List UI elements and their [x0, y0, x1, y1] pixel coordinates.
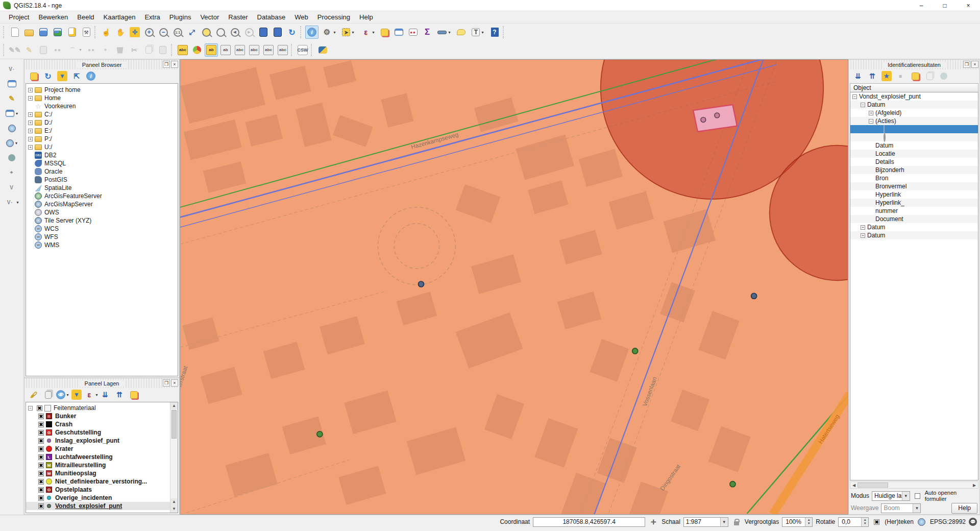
result-row[interactable]: Details: [850, 158, 978, 166]
layer-visibility-checkbox[interactable]: ✖: [38, 430, 44, 436]
filter-legend-icon[interactable]: ▼: [71, 389, 82, 400]
browser-tree-item[interactable]: + DB2 DB2: [26, 151, 178, 159]
coordinate-input[interactable]: 187058.8,426597.4: [533, 517, 645, 527]
layer-row[interactable]: ✖ B Bunker: [26, 412, 178, 420]
highlight-pinned-labels-icon[interactable]: ab: [219, 43, 232, 57]
composer-manager-icon[interactable]: ⚒: [80, 26, 93, 39]
maximize-button[interactable]: □: [933, 0, 957, 11]
print-response-icon[interactable]: [938, 70, 949, 82]
browser-tree-item[interactable]: + OWS: [26, 208, 178, 216]
expand-icon[interactable]: −: [852, 94, 857, 99]
map-tips-icon[interactable]: [454, 26, 468, 39]
expand-icon[interactable]: +: [861, 233, 865, 238]
browser-tree-item[interactable]: + Oracle: [26, 167, 178, 176]
log-messages-icon[interactable]: 💬: [969, 518, 977, 526]
expand-icon[interactable]: +: [28, 112, 33, 117]
show-bookmarks-icon[interactable]: [271, 26, 284, 39]
toggle-editing-icon[interactable]: ✎: [22, 43, 36, 57]
measure-line-icon[interactable]: [435, 26, 453, 39]
expand-icon[interactable]: −: [869, 119, 873, 124]
node-tool-icon[interactable]: ⌒: [65, 43, 84, 57]
browser-tree-item[interactable]: + D:/: [26, 118, 178, 127]
cut-features-icon[interactable]: ✂: [128, 43, 141, 57]
refresh-browser-icon[interactable]: ↻: [42, 70, 54, 82]
add-oracle-layer-icon[interactable]: [5, 151, 18, 164]
browser-tree-item[interactable]: + ArcGisMapServer: [26, 200, 178, 208]
scale-lock-icon[interactable]: [734, 521, 739, 525]
view-options-icon[interactable]: ≡: [895, 70, 906, 82]
result-row[interactable]: − Vondst_explosief_punt: [850, 92, 978, 101]
add-vector-layer-icon[interactable]: V∙: [5, 62, 18, 76]
layer-styling-icon[interactable]: 🖌: [28, 389, 39, 400]
layer-row[interactable]: ✖ Niet_definieerbare_verstoring...: [26, 477, 178, 486]
add-selected-layers-icon[interactable]: [28, 70, 39, 82]
show-statistics-icon[interactable]: Σ: [421, 26, 434, 39]
layer-row[interactable]: ✖ M Mitrailleurstelling: [26, 461, 178, 469]
browser-tree-item[interactable]: + E:/: [26, 127, 178, 135]
help-button[interactable]: Help: [951, 503, 977, 514]
filter-expression-icon[interactable]: ε: [85, 389, 96, 400]
add-raster-layer-icon[interactable]: [5, 77, 18, 90]
metasearch-csw-icon[interactable]: CSW: [296, 43, 309, 57]
close-panel-icon[interactable]: ×: [971, 61, 978, 68]
layer-group-row[interactable]: − ✖ Feitenmateriaal: [26, 404, 178, 412]
layer-visibility-checkbox[interactable]: ✖: [38, 495, 44, 501]
layer-visibility-checkbox[interactable]: ✖: [38, 438, 44, 444]
browser-tree-item[interactable]: + ☆ Voorkeuren: [26, 102, 178, 110]
expand-icon[interactable]: +: [28, 137, 33, 141]
save-project-icon[interactable]: [37, 26, 50, 39]
result-row[interactable]: + (Afgeleid): [850, 109, 978, 117]
result-row[interactable]: Bron: [850, 174, 978, 182]
text-annotation-icon[interactable]: T: [469, 26, 487, 39]
layer-row[interactable]: ✖ L Luchtafweerstelling: [26, 453, 178, 461]
menu-item[interactable]: Database: [253, 12, 290, 22]
expand-icon[interactable]: +: [28, 96, 33, 101]
layer-row[interactable]: ✖ O Opstelplaats: [26, 486, 178, 494]
browser-tree-item[interactable]: + Tile Server (XYZ): [26, 216, 178, 225]
add-delimited-text-icon[interactable]: ⌖: [5, 166, 18, 179]
rotate-label-icon[interactable]: abc: [262, 43, 275, 57]
results-column-header[interactable]: Object: [850, 83, 978, 92]
expand-icon[interactable]: +: [28, 88, 33, 92]
layer-row[interactable]: ✖ Vondst_explosief_punt: [26, 502, 178, 510]
show-hide-labels-icon[interactable]: abc: [233, 43, 247, 57]
layer-visibility-checkbox[interactable]: ✖: [38, 422, 44, 427]
zoom-full-icon[interactable]: ⤢: [185, 26, 199, 39]
browser-tree-item[interactable]: + SpatiaLite: [26, 184, 178, 192]
delete-selected-icon[interactable]: [113, 43, 127, 57]
deselect-features-icon[interactable]: [378, 26, 391, 39]
layer-visibility-checkbox[interactable]: ✖: [38, 463, 44, 468]
browser-tree-item[interactable]: + W WFS: [26, 233, 178, 241]
manage-themes-icon[interactable]: 👁: [57, 389, 68, 400]
result-row[interactable]: Hyperlink_: [850, 199, 978, 207]
layer-row[interactable]: ✖ Krater: [26, 445, 178, 453]
minimize-button[interactable]: –: [910, 0, 933, 11]
expand-icon[interactable]: +: [28, 145, 33, 150]
pin-labels-icon[interactable]: ab: [205, 43, 218, 57]
collapse-all-layers-icon[interactable]: ⇈: [114, 389, 125, 400]
field-calculator-icon[interactable]: ●●: [406, 26, 420, 39]
paste-features-icon[interactable]: [156, 43, 169, 57]
extents-toggle-icon[interactable]: ✛: [648, 517, 658, 527]
copy-features-icon[interactable]: [142, 43, 155, 57]
browser-tree-item[interactable]: + MSSQL: [26, 159, 178, 167]
copy-feature-icon[interactable]: [924, 70, 935, 82]
layer-visibility-checkbox[interactable]: ✖: [38, 471, 44, 476]
browser-tree-item[interactable]: + PostGIS: [26, 176, 178, 184]
zoom-to-selection-icon[interactable]: [214, 26, 227, 39]
collapse-all-icon[interactable]: ⇱: [71, 70, 82, 82]
browser-tree-item[interactable]: + P:/: [26, 135, 178, 143]
select-features-icon[interactable]: ➤: [339, 26, 357, 39]
browser-tree-item[interactable]: + W WCS: [26, 225, 178, 233]
result-row[interactable]: Locatie: [850, 150, 978, 158]
menu-item[interactable]: Beeld: [72, 12, 99, 22]
label-options-icon[interactable]: [190, 43, 204, 57]
layers-scrollbar[interactable]: ▲ ▲▼: [170, 402, 178, 513]
result-row[interactable]: − (Acties): [850, 117, 978, 125]
remove-layer-icon[interactable]: [128, 389, 139, 400]
menu-item[interactable]: Extra: [140, 12, 164, 22]
result-row[interactable]: Datum: [850, 141, 978, 150]
magnifier-spinbox[interactable]: 100% ▲▼: [782, 517, 813, 527]
select-by-expression-icon[interactable]: ε: [358, 26, 377, 39]
layer-row[interactable]: ✖ Inslag_explosief_punt: [26, 437, 178, 445]
